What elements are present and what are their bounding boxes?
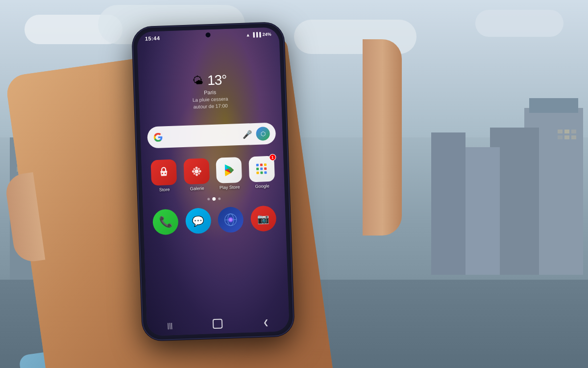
dock-item-phone[interactable]: 📞 bbox=[151, 209, 180, 235]
nav-home[interactable] bbox=[213, 318, 223, 329]
playstore-label: Play Store bbox=[220, 184, 240, 190]
svg-point-9 bbox=[193, 168, 195, 170]
dock-item-camera[interactable]: 📷 bbox=[248, 205, 278, 232]
playstore-icon[interactable] bbox=[216, 157, 243, 184]
app-grid: Store bbox=[141, 148, 285, 197]
weather-icon: 🌤 bbox=[193, 75, 204, 88]
battery-text: 24% bbox=[262, 32, 271, 37]
svg-point-12 bbox=[198, 173, 200, 175]
phone-body: 15:44 ▲ ▐▐▐ 24% 🌤 13° Paris La plu bbox=[132, 22, 294, 341]
nav-back[interactable]: ❮ bbox=[263, 318, 270, 326]
signal-icon: ▐▐▐ bbox=[251, 32, 261, 37]
store-icon[interactable] bbox=[151, 159, 177, 186]
fingers-right bbox=[363, 39, 402, 236]
app-item-google[interactable]: 1 Google bbox=[247, 156, 277, 189]
svg-point-4 bbox=[195, 169, 198, 173]
galerie-icon[interactable] bbox=[183, 158, 210, 184]
app-item-playstore[interactable]: Play Store bbox=[214, 157, 244, 190]
google-badge: 1 bbox=[269, 154, 276, 161]
phone-screen: 15:44 ▲ ▐▐▐ 24% 🌤 13° Paris La plu bbox=[137, 27, 289, 336]
google-logo bbox=[153, 132, 163, 143]
svg-point-7 bbox=[192, 170, 194, 173]
main-scene: 15:44 ▲ ▐▐▐ 24% 🌤 13° Paris La plu bbox=[0, 0, 588, 368]
svg-point-5 bbox=[195, 167, 197, 169]
app-item-store[interactable]: Store bbox=[149, 159, 179, 192]
google-grid bbox=[256, 163, 268, 175]
dock-item-messages[interactable]: 💬 bbox=[183, 208, 213, 234]
phone-app-icon[interactable]: 📞 bbox=[152, 209, 179, 236]
dock: 📞 💬 bbox=[143, 201, 286, 240]
page-dot-2 bbox=[212, 197, 216, 201]
browser-icon[interactable] bbox=[218, 207, 244, 233]
lens-icon[interactable]: ⬡ bbox=[256, 127, 270, 141]
status-right: ▲ ▐▐▐ 24% bbox=[245, 32, 271, 38]
messages-icon[interactable]: 💬 bbox=[185, 208, 212, 234]
phone-wrapper: 15:44 ▲ ▐▐▐ 24% 🌤 13° Paris La plu bbox=[132, 22, 294, 341]
dock-item-browser[interactable] bbox=[216, 207, 245, 233]
camera-icon[interactable]: 📷 bbox=[250, 206, 277, 232]
page-dot-1 bbox=[207, 198, 210, 200]
galerie-label: Galerie bbox=[190, 186, 204, 191]
google-label: Google bbox=[255, 184, 269, 189]
google-search-bar[interactable]: 🎤 ⬡ bbox=[147, 122, 276, 148]
nav-recents[interactable]: ||| bbox=[167, 321, 172, 329]
app-item-galerie[interactable]: Galerie bbox=[182, 158, 212, 191]
wifi-icon: ▲ bbox=[245, 32, 250, 37]
status-time: 15:44 bbox=[145, 35, 160, 42]
mic-icon[interactable]: 🎤 bbox=[242, 130, 252, 139]
svg-point-11 bbox=[193, 173, 195, 175]
store-label: Store bbox=[159, 187, 170, 192]
svg-point-10 bbox=[197, 168, 199, 170]
svg-point-6 bbox=[196, 174, 198, 176]
weather-widget: 🌤 13° Paris La pluie cessera autour de 1… bbox=[138, 70, 281, 112]
page-dot-3 bbox=[218, 198, 220, 200]
svg-point-8 bbox=[198, 170, 201, 172]
weather-temperature: 13° bbox=[207, 72, 227, 88]
cloud bbox=[475, 10, 564, 37]
google-icon[interactable]: 1 bbox=[248, 156, 275, 183]
